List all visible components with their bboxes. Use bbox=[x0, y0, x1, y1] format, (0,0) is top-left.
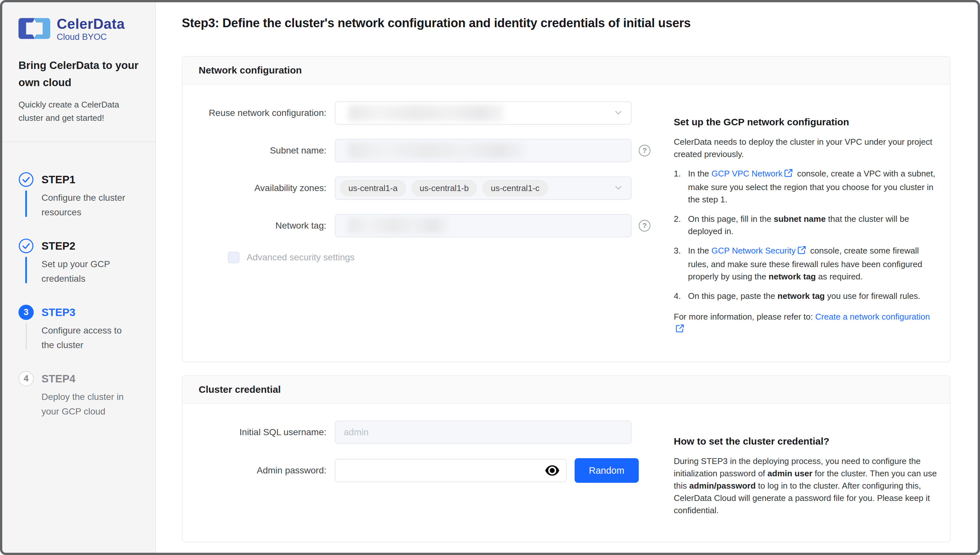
external-link-icon bbox=[675, 326, 685, 335]
step-item-4: 4 STEP4 Deploy the cluster in your GCP c… bbox=[18, 371, 141, 438]
step-4-number-badge: 4 bbox=[18, 371, 34, 386]
step-1-description: Configure the cluster resources bbox=[42, 190, 136, 220]
step-connector bbox=[25, 190, 27, 217]
eye-icon[interactable] bbox=[545, 465, 560, 476]
step-3-description: Configure access to the cluster bbox=[42, 323, 136, 352]
step-4-label: STEP4 bbox=[42, 371, 136, 386]
step-4-description: Deploy the cluster in your GCP cloud bbox=[42, 390, 136, 419]
network-form: Reuse network configuration: Subnet name… bbox=[182, 101, 659, 343]
admin-password-input[interactable] bbox=[335, 459, 566, 481]
advanced-security-row: Advanced security settings bbox=[228, 252, 659, 263]
step-3-number-badge: 3 bbox=[18, 305, 34, 320]
subnet-name-row: Subnet name: bbox=[182, 139, 659, 162]
step-2-label: STEP2 bbox=[42, 238, 136, 253]
sidebar-divider bbox=[2, 141, 155, 142]
sql-username-input[interactable] bbox=[335, 421, 631, 443]
external-link-icon bbox=[797, 247, 806, 257]
sidebar-subheading: Quickly create a CelerData cluster and g… bbox=[18, 98, 141, 125]
advanced-security-label: Advanced security settings bbox=[246, 252, 354, 263]
app-window: CelerData Cloud BYOC Bring CelerData to … bbox=[0, 0, 980, 555]
zone-tag: us-central1-c bbox=[482, 180, 548, 197]
network-help-step-2: 2. On this page, fill in the subnet name… bbox=[674, 213, 937, 237]
redacted-value bbox=[348, 218, 449, 234]
brand-subtitle: Cloud BYOC bbox=[57, 32, 125, 42]
advanced-security-checkbox[interactable] bbox=[228, 252, 240, 263]
step-connector bbox=[25, 257, 27, 283]
step-2-description: Set up your GCP credentials bbox=[42, 257, 136, 286]
gcp-network-security-link[interactable]: GCP Network Security bbox=[711, 246, 796, 255]
network-help-footer: For more information, please refer to: C… bbox=[674, 311, 937, 337]
create-network-configuration-link[interactable]: Create a network configuration bbox=[815, 312, 930, 322]
step-item-3-current: 3 STEP3 Configure access to the cluster bbox=[18, 305, 141, 371]
network-help-panel: Set up the GCP network configuration Cel… bbox=[674, 101, 937, 343]
step-item-2: STEP2 Set up your GCP credentials bbox=[18, 238, 141, 305]
random-password-button[interactable]: Random bbox=[574, 458, 639, 483]
network-tag-input[interactable] bbox=[335, 214, 632, 237]
network-help-title: Set up the GCP network configuration bbox=[674, 115, 937, 128]
sidebar-heading: Bring CelerData to your own cloud bbox=[18, 57, 141, 91]
network-help-step-4: 4. On this page, paste the network tag y… bbox=[674, 290, 937, 302]
availability-zones-label: Availability zones: bbox=[182, 183, 335, 193]
onboarding-sidebar: CelerData Cloud BYOC Bring CelerData to … bbox=[2, 2, 156, 553]
celerdata-brackets-icon bbox=[18, 18, 50, 40]
credential-help-text: During STEP3 in the deploying process, y… bbox=[674, 455, 937, 517]
zone-tag: us-central1-b bbox=[411, 180, 477, 197]
credential-form: Initial SQL username: Admin password: bbox=[182, 420, 659, 524]
credential-help-panel: How to set the cluster credential? Durin… bbox=[674, 420, 937, 524]
subnet-name-label: Subnet name: bbox=[182, 145, 335, 156]
zone-tag: us-central1-a bbox=[340, 180, 406, 197]
redacted-value bbox=[348, 105, 504, 121]
main-content: Step3: Define the cluster's network conf… bbox=[156, 2, 978, 553]
availability-zones-select[interactable]: us-central1-a us-central1-b us-central1-… bbox=[335, 176, 632, 200]
step-1-label: STEP1 bbox=[42, 172, 136, 187]
reuse-network-label: Reuse network configuration: bbox=[182, 108, 335, 118]
reuse-network-select[interactable] bbox=[335, 101, 632, 125]
reuse-network-row: Reuse network configuration: bbox=[182, 101, 659, 125]
network-help-step-1: 1. In the GCP VPC Network console, creat… bbox=[674, 167, 937, 205]
cluster-credential-card: Cluster credential Initial SQL username:… bbox=[182, 375, 951, 542]
redacted-value bbox=[348, 143, 526, 159]
network-tag-label: Network tag: bbox=[182, 220, 335, 231]
brand-name: CelerData bbox=[57, 16, 125, 31]
admin-password-label: Admin password: bbox=[182, 465, 335, 476]
step-item-1: STEP1 Configure the cluster resources bbox=[18, 172, 141, 238]
subnet-name-input[interactable] bbox=[335, 139, 632, 162]
network-help-intro: CelerData needs to deploy the cluster in… bbox=[674, 136, 937, 160]
wizard-steps: STEP1 Configure the cluster resources ST bbox=[18, 172, 141, 438]
credential-card-header: Cluster credential bbox=[182, 376, 950, 404]
chevron-down-icon bbox=[613, 107, 623, 119]
availability-zones-row: Availability zones: us-central1-a us-cen… bbox=[182, 176, 659, 200]
network-tag-row: Network tag: bbox=[182, 214, 659, 237]
network-help-step-3: 3. In the GCP Network Security console, … bbox=[674, 244, 937, 283]
step-3-label: STEP3 bbox=[42, 305, 136, 320]
admin-password-row: Admin password: Random bbox=[182, 458, 659, 483]
page-title: Step3: Define the cluster's network conf… bbox=[182, 15, 978, 31]
brand-logo: CelerData Cloud BYOC bbox=[18, 16, 141, 42]
sql-username-row: Initial SQL username: bbox=[182, 420, 659, 444]
question-circle-icon[interactable] bbox=[639, 145, 650, 156]
sql-username-field bbox=[335, 420, 632, 444]
question-circle-icon[interactable] bbox=[639, 220, 650, 231]
network-configuration-card: Network configuration Reuse network conf… bbox=[182, 56, 951, 363]
credential-help-title: How to set the cluster credential? bbox=[674, 435, 937, 448]
check-circle-icon bbox=[18, 249, 34, 255]
network-card-header: Network configuration bbox=[182, 57, 950, 85]
admin-password-field bbox=[335, 459, 567, 482]
sql-username-label: Initial SQL username: bbox=[182, 427, 335, 438]
step-connector bbox=[26, 323, 27, 350]
external-link-icon bbox=[784, 170, 793, 180]
gcp-vpc-network-link[interactable]: GCP VPC Network bbox=[711, 169, 782, 178]
check-circle-icon bbox=[18, 183, 34, 188]
chevron-down-icon bbox=[613, 183, 623, 194]
